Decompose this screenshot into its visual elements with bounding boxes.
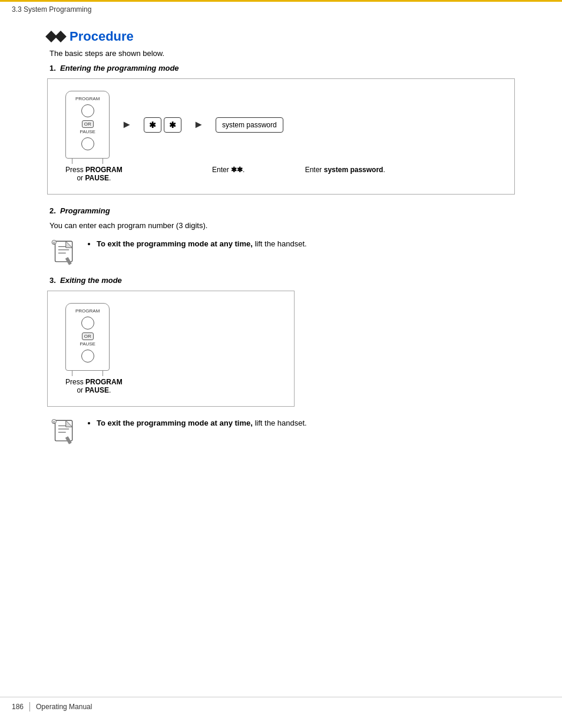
step3-label: Exiting the mode: [60, 276, 122, 285]
step3-program-bold: PROGRAM: [85, 378, 123, 386]
svg-rect-0: [55, 241, 72, 262]
pause-bold: PAUSE: [85, 174, 108, 182]
header-title: 3.3 System Programming: [12, 5, 91, 14]
step3-pause-bold: PAUSE: [85, 386, 108, 394]
step3-note-rest: lift the handset.: [253, 419, 307, 427]
stars-bold: ✱✱: [231, 166, 243, 174]
step1-diagram-box: PROGRAM OR PAUSE ► ✱ ✱ ► system password: [47, 78, 515, 195]
enter-stars-label: Enter ✱✱.: [193, 166, 264, 174]
phone-btn-frame-1: PROGRAM OR PAUSE: [65, 91, 110, 159]
phone-btn-frame-3: PROGRAM OR PAUSE: [65, 303, 110, 371]
step3-diagram-box: PROGRAM OR PAUSE Press PROGRAMor PAUSE.: [47, 291, 295, 407]
enter-stars-text: Enter ✱✱.: [212, 166, 244, 174]
note-icon-3: o: [49, 416, 79, 446]
step1-diagram-row: PROGRAM OR PAUSE ► ✱ ✱ ► system password: [65, 91, 497, 159]
main-content: Procedure The basic steps are shown belo…: [0, 17, 562, 479]
footer-divider: [29, 702, 30, 711]
star-key-1: ✱: [144, 117, 161, 133]
step2-label: Programming: [60, 206, 110, 215]
procedure-title-row: Procedure: [47, 29, 515, 44]
header-bar: 3.3 System Programming: [0, 0, 562, 17]
step2-note-rest: lift the handset.: [253, 239, 307, 248]
diamond-icon-2: [55, 31, 67, 42]
press-text: Press PROGRAMor PAUSE.: [65, 166, 123, 182]
program-bold: PROGRAM: [85, 166, 123, 174]
press-label: Press PROGRAMor PAUSE.: [65, 166, 123, 182]
step3-heading: 3. Exiting the mode: [49, 276, 515, 285]
arrow-1: ►: [121, 118, 132, 131]
svg-text:o: o: [53, 420, 55, 424]
step3-note-row: o To exit the programming mode at any ti…: [49, 416, 515, 446]
program-label-1: PROGRAM: [75, 96, 100, 101]
enter-password-label: Enter system password.: [305, 166, 385, 174]
step1-diagram-labels: Press PROGRAMor PAUSE. Enter ✱✱. Enter s…: [65, 166, 497, 182]
step2-note-bold: To exit the programming mode at any time…: [97, 239, 253, 248]
step2-number: 2.: [49, 206, 56, 215]
phone-button-group-3: PROGRAM OR PAUSE: [65, 303, 110, 371]
step3-diagram-row: PROGRAM OR PAUSE: [65, 303, 276, 371]
svg-text:o: o: [53, 241, 55, 245]
star-key-2: ✱: [164, 117, 181, 133]
enter-password-text: Enter system password.: [305, 166, 385, 174]
pause-label-1: PAUSE: [80, 129, 95, 134]
step1-label: Entering the programming mode: [60, 64, 179, 73]
footer-manual-title: Operating Manual: [36, 703, 92, 711]
phone-button-group-1: PROGRAM OR PAUSE: [65, 91, 110, 159]
step1-number: 1.: [49, 64, 56, 73]
step3-press-label: Press PROGRAMor PAUSE.: [65, 378, 123, 394]
diamond-icons: [47, 32, 65, 41]
step2-heading: 2. Programming: [49, 206, 515, 215]
footer: 186 Operating Manual: [0, 697, 562, 716]
step3-note-text: To exit the programming mode at any time…: [86, 416, 307, 430]
or-label-1: OR: [82, 120, 94, 128]
svg-rect-8: [55, 420, 72, 441]
step2-note-text: To exit the programming mode at any time…: [86, 237, 307, 251]
pause-label-3: PAUSE: [80, 341, 95, 347]
arrow-2: ►: [193, 118, 204, 131]
password-box: system password: [216, 117, 283, 133]
footer-page-number: 186: [12, 703, 24, 711]
password-bold: system password: [324, 166, 384, 174]
intro-text: The basic steps are shown below.: [49, 49, 515, 58]
step2-description: You can enter each program number (3 dig…: [49, 221, 515, 230]
or-label-3: OR: [82, 332, 94, 340]
step3-diagram-labels: Press PROGRAMor PAUSE.: [65, 378, 276, 394]
pause-button-3: [81, 350, 94, 363]
program-button-3: [81, 317, 94, 330]
program-label-3: PROGRAM: [75, 308, 100, 314]
program-button-1: [81, 104, 94, 117]
step3-press-text: Press PROGRAMor PAUSE.: [65, 378, 123, 394]
step1-heading: 1. Entering the programming mode: [49, 64, 515, 73]
page-title: Procedure: [70, 29, 134, 44]
step3-number: 3.: [49, 276, 56, 285]
note-icon-1: o: [49, 237, 79, 266]
pause-button-1: [81, 137, 94, 150]
step3-note-bold: To exit the programming mode at any time…: [97, 419, 253, 427]
step2-note-row: o To exit the programming mode at any ti…: [49, 237, 515, 266]
star-keys: ✱ ✱: [144, 117, 181, 133]
